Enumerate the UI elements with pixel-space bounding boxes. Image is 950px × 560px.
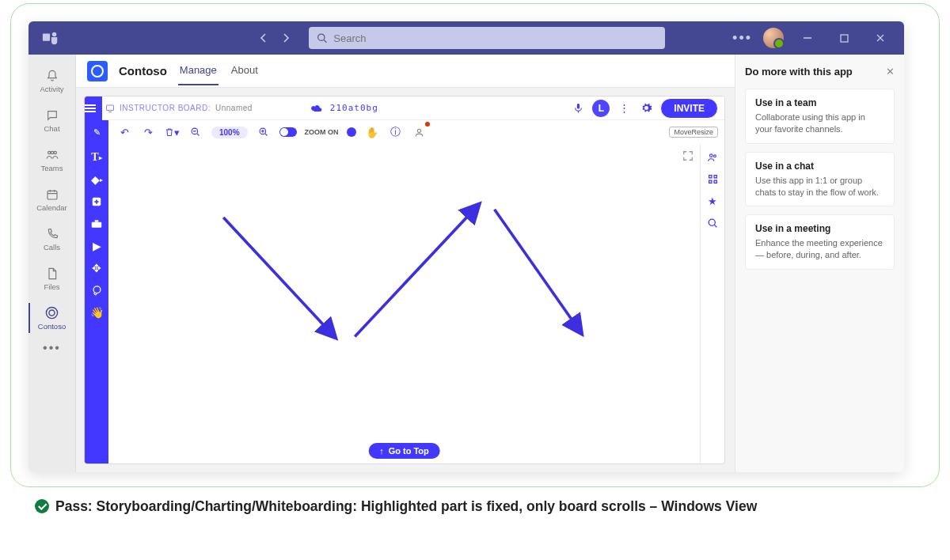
svg-rect-5	[841, 35, 848, 42]
card-title: Use in a meeting	[755, 223, 884, 234]
whiteboard-canvas[interactable]: ↑ Go to Top	[108, 144, 701, 464]
svg-rect-15	[107, 105, 114, 111]
svg-point-1	[52, 32, 57, 37]
phone-icon	[46, 227, 59, 241]
nav-activity[interactable]: Activity	[28, 61, 76, 100]
zoom-on-label: ZOOM ON	[305, 128, 339, 136]
zoom-toggle[interactable]	[279, 127, 297, 137]
nav-label: Contoso	[38, 322, 66, 331]
titlebar: •••	[28, 21, 904, 55]
svg-point-6	[48, 151, 50, 153]
info-icon[interactable]: ⓘ	[388, 124, 404, 140]
nav-files[interactable]: Files	[28, 259, 76, 298]
invite-button[interactable]: INVITE	[660, 98, 718, 119]
svg-point-8	[51, 151, 53, 153]
svg-point-41	[709, 219, 715, 225]
card-body: Enhance the meeting experience — before,…	[755, 237, 884, 261]
card-title: Use in a team	[755, 97, 884, 108]
side-panel-close-button[interactable]: ✕	[886, 66, 895, 78]
shape-tool-icon[interactable]	[89, 195, 104, 209]
hand-tool-icon[interactable]: 👋	[89, 305, 104, 320]
svg-point-31	[93, 286, 101, 293]
chat-icon	[46, 108, 59, 123]
user-chip[interactable]: L	[592, 100, 610, 117]
window-close-button[interactable]	[868, 27, 893, 49]
eraser-tool-icon[interactable]: ◆▸	[89, 172, 104, 187]
nav-chat[interactable]: Chat	[28, 100, 76, 140]
teams-icon	[45, 148, 59, 162]
redo-button[interactable]: ↷	[140, 124, 156, 140]
zoom-out-button[interactable]	[188, 124, 203, 140]
board-options-button[interactable]: ⋮	[616, 100, 632, 116]
vertical-toolbar: T▸ ◆▸ ▶ ✥ 👋	[85, 144, 108, 464]
searchbar[interactable]	[309, 27, 665, 49]
teams-logo-icon	[40, 27, 62, 49]
text-tool-icon[interactable]: T▸	[89, 150, 104, 165]
svg-line-34	[495, 210, 581, 333]
nav-more-button[interactable]: •••	[43, 341, 61, 355]
undo-button[interactable]: ↶	[116, 124, 132, 140]
svg-line-42	[714, 225, 716, 228]
move-tool-icon[interactable]: ✥	[89, 261, 104, 275]
svg-rect-29	[92, 222, 101, 228]
zoom-value[interactable]: 100%	[211, 127, 248, 138]
trash-button[interactable]: ▾	[164, 124, 180, 140]
nav-calls[interactable]: Calls	[28, 219, 76, 259]
nav-forward-button[interactable]	[277, 29, 294, 47]
board-menu-button[interactable]	[85, 104, 96, 112]
pen-tool-icon[interactable]: ✎	[93, 127, 101, 138]
svg-rect-40	[714, 180, 716, 183]
cloud-status: 210at0bg	[311, 103, 378, 113]
card-body: Collaborate using this app in your favor…	[755, 112, 884, 135]
board-toolbar: ✎ ↶ ↷ ▾ 100% ZOOM ON	[85, 120, 724, 144]
nav-teams[interactable]: Teams	[28, 140, 76, 180]
svg-point-13	[46, 307, 57, 318]
search-board-icon[interactable]	[708, 218, 718, 229]
side-panel: Do more with this app ✕ Use in a team Co…	[735, 55, 904, 472]
drawn-arrows	[108, 144, 700, 464]
nav-contoso[interactable]: Contoso	[28, 298, 76, 338]
caption-text: Pass: Storyboarding/Charting/Whiteboardi…	[55, 497, 757, 516]
mic-icon[interactable]	[570, 100, 586, 116]
nav-label: Chat	[44, 124, 59, 133]
tab-manage[interactable]: Manage	[178, 56, 218, 85]
color-dot[interactable]	[347, 127, 356, 137]
tab-about[interactable]: About	[230, 56, 260, 85]
svg-rect-30	[95, 220, 99, 221]
window-minimize-button[interactable]	[795, 27, 820, 49]
more-options-button[interactable]: •••	[732, 30, 752, 47]
svg-line-20	[197, 134, 200, 136]
pointer-tool-icon[interactable]: ▶	[89, 239, 104, 253]
app-logo-icon	[87, 61, 108, 81]
side-panel-title: Do more with this app	[745, 66, 853, 78]
user-avatar[interactable]	[763, 28, 784, 48]
svg-point-35	[710, 154, 713, 157]
svg-point-2	[318, 34, 325, 40]
svg-rect-9	[48, 191, 57, 199]
activity-icon[interactable]	[708, 174, 718, 184]
go-to-top-button[interactable]: ↑ Go to Top	[368, 443, 440, 459]
fullscreen-button[interactable]	[682, 150, 694, 161]
search-input[interactable]	[333, 32, 657, 44]
zoom-in-button[interactable]	[256, 124, 272, 140]
svg-line-33	[355, 206, 478, 337]
participants-icon[interactable]	[707, 152, 718, 163]
lasso-tool-icon[interactable]	[89, 283, 104, 297]
svg-point-7	[54, 151, 56, 153]
whiteboard-frame: INSTRUCTOR BOARD: Unnamed 210at0bg L	[84, 96, 725, 464]
nav-calendar[interactable]: Calendar	[28, 180, 76, 219]
suggestion-card[interactable]: Use in a chat Use this app in 1:1 or gro…	[745, 152, 895, 207]
star-icon[interactable]: ★	[708, 195, 717, 207]
pan-icon[interactable]: ✋	[364, 124, 380, 140]
suggestion-card[interactable]: Use in a team Collaborate using this app…	[745, 89, 895, 144]
teams-window: ••• Activity Chat Teams Calendar Calls F…	[28, 21, 904, 472]
settings-icon[interactable]	[638, 100, 654, 116]
svg-rect-38	[714, 176, 716, 178]
calendar-icon	[46, 187, 59, 202]
toolbox-icon[interactable]	[89, 217, 104, 231]
notification-icon[interactable]	[412, 124, 428, 140]
moveresize-button[interactable]: MoveResize	[669, 127, 718, 138]
nav-back-button[interactable]	[255, 29, 272, 47]
suggestion-card[interactable]: Use in a meeting Enhance the meeting exp…	[745, 214, 895, 270]
window-maximize-button[interactable]	[831, 27, 857, 49]
